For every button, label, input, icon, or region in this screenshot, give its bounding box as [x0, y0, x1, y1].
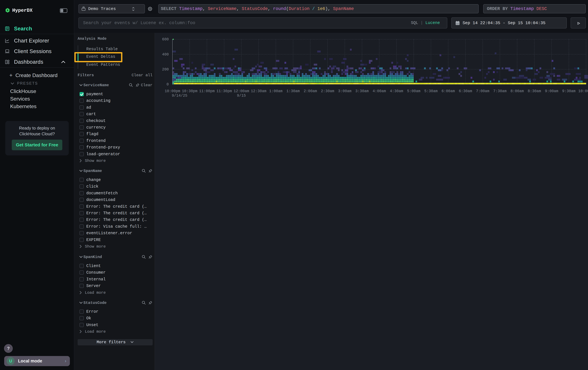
- svg-text:4:00am: 4:00am: [373, 89, 386, 93]
- svg-text:3:00am: 3:00am: [338, 89, 351, 93]
- svg-text:8:30am: 8:30am: [528, 89, 541, 93]
- svg-text:2:00am: 2:00am: [304, 89, 317, 93]
- svg-text:2:30am: 2:30am: [321, 89, 334, 93]
- svg-text:600: 600: [162, 37, 169, 41]
- svg-text:6:00am: 6:00am: [441, 89, 455, 93]
- svg-text:7:30am: 7:30am: [493, 89, 506, 93]
- svg-text:4:30am: 4:30am: [390, 89, 403, 93]
- svg-text:1:30am: 1:30am: [286, 89, 300, 93]
- svg-text:11:30pm: 11:30pm: [216, 89, 232, 93]
- svg-text:12:30am: 12:30am: [251, 89, 266, 93]
- svg-text:10:00pm: 10:00pm: [165, 89, 180, 93]
- svg-text:3:30am: 3:30am: [355, 89, 369, 93]
- svg-text:9/15: 9/15: [237, 94, 246, 98]
- svg-text:9/14/25: 9/14/25: [172, 94, 188, 98]
- svg-text:10:00am: 10:00am: [578, 89, 588, 93]
- svg-text:12:00am: 12:00am: [234, 89, 249, 93]
- svg-text:5:30am: 5:30am: [424, 89, 438, 93]
- svg-text:7:00am: 7:00am: [476, 89, 489, 93]
- svg-text:9:30am: 9:30am: [562, 89, 576, 93]
- svg-text:200: 200: [162, 67, 169, 72]
- svg-text:400: 400: [162, 52, 169, 57]
- svg-text:9:00am: 9:00am: [545, 89, 558, 93]
- svg-text:11:00pm: 11:00pm: [199, 89, 215, 93]
- svg-text:5:00am: 5:00am: [407, 89, 420, 93]
- svg-text:1:00am: 1:00am: [269, 89, 283, 93]
- svg-text:0: 0: [167, 82, 169, 87]
- svg-text:10:30pm: 10:30pm: [182, 89, 198, 93]
- svg-text:6:30am: 6:30am: [459, 89, 472, 93]
- svg-text:8:00am: 8:00am: [510, 89, 524, 93]
